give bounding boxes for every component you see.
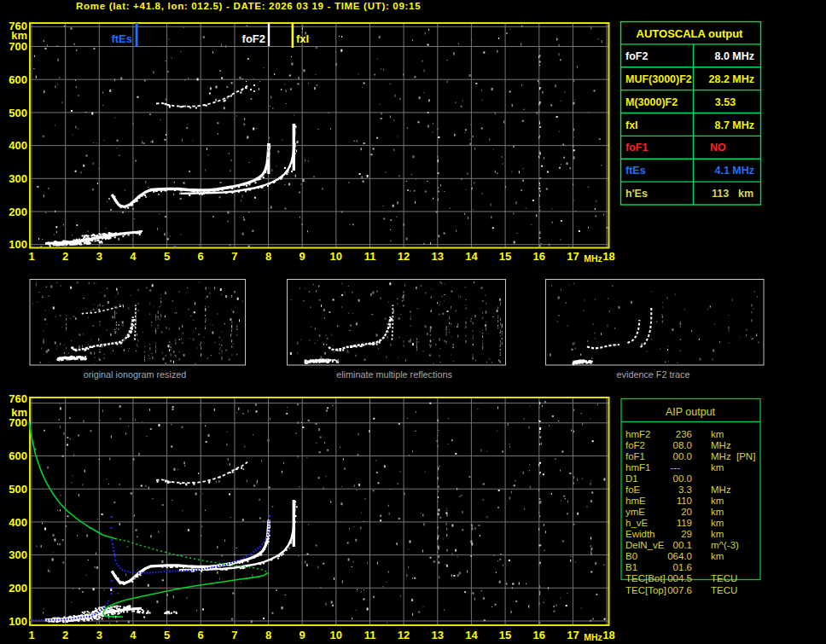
svg-text:km: km xyxy=(711,496,724,506)
svg-text:foF2: foF2 xyxy=(625,440,645,450)
svg-text:Rome (lat: +41.8, lon: 012.5): Rome (lat: +41.8, lon: 012.5) - DATE: 20… xyxy=(76,1,421,11)
svg-text:12: 12 xyxy=(398,250,410,263)
svg-text:MHz: MHz xyxy=(584,253,602,264)
svg-text:100: 100 xyxy=(9,615,27,628)
svg-text:110: 110 xyxy=(677,496,692,506)
svg-text:400: 400 xyxy=(9,516,27,529)
svg-text:AUTOSCALA output: AUTOSCALA output xyxy=(637,27,744,40)
svg-text:ftEs: ftEs xyxy=(111,32,132,45)
svg-text:original ionogram resized: original ionogram resized xyxy=(84,369,187,380)
svg-text:ftEs: ftEs xyxy=(625,165,646,177)
svg-text:foE: foE xyxy=(625,484,641,495)
svg-text:064.0: 064.0 xyxy=(667,551,692,561)
svg-text:9: 9 xyxy=(300,629,305,641)
svg-text:3: 3 xyxy=(96,250,102,263)
svg-text:km: km xyxy=(711,529,724,539)
svg-text:100: 100 xyxy=(9,238,27,251)
svg-text:eliminate multiple reflections: eliminate multiple reflections xyxy=(336,369,452,380)
svg-text:---: --- xyxy=(671,462,681,473)
svg-text:28.2 MHz: 28.2 MHz xyxy=(709,73,755,85)
svg-text:ymE: ymE xyxy=(625,507,645,517)
svg-text:00.0: 00.0 xyxy=(673,451,692,461)
svg-text:MHz: MHz xyxy=(711,484,731,495)
svg-text:1: 1 xyxy=(28,250,34,263)
svg-text:fxI: fxI xyxy=(625,119,638,131)
svg-text:500: 500 xyxy=(9,483,27,496)
svg-text:TECU: TECU xyxy=(711,573,737,583)
svg-text:300: 300 xyxy=(9,172,27,185)
svg-text:foF2: foF2 xyxy=(242,32,265,45)
svg-text:5: 5 xyxy=(164,629,170,641)
svg-text:km: km xyxy=(711,507,724,517)
svg-text:18: 18 xyxy=(602,250,614,263)
svg-text:00.1: 00.1 xyxy=(673,540,692,550)
svg-text:foF2: foF2 xyxy=(625,50,648,62)
svg-text:8.7 MHz: 8.7 MHz xyxy=(714,119,754,131)
svg-text:7: 7 xyxy=(231,250,237,263)
svg-text:[PN]: [PN] xyxy=(736,451,755,461)
svg-text:3.53: 3.53 xyxy=(715,96,736,108)
svg-text:TEC[Bot]: TEC[Bot] xyxy=(625,573,666,583)
svg-text:km: km xyxy=(738,188,753,200)
svg-text:1: 1 xyxy=(28,629,34,641)
svg-text:m^(-3): m^(-3) xyxy=(711,540,739,550)
svg-text:6: 6 xyxy=(198,250,204,263)
svg-text:11: 11 xyxy=(364,629,376,641)
svg-text:MUF(3000)F2: MUF(3000)F2 xyxy=(625,73,692,85)
svg-text:3: 3 xyxy=(96,629,102,641)
svg-text:16: 16 xyxy=(533,629,545,641)
svg-text:MHz: MHz xyxy=(584,632,602,642)
svg-text:17: 17 xyxy=(567,629,579,641)
svg-text:8.0 MHz: 8.0 MHz xyxy=(714,50,754,62)
svg-text:119: 119 xyxy=(677,518,692,528)
svg-text:h_vE: h_vE xyxy=(625,518,649,528)
svg-text:km: km xyxy=(711,551,724,561)
svg-text:236: 236 xyxy=(676,429,692,439)
svg-text:004.5: 004.5 xyxy=(667,573,692,583)
svg-text:NO: NO xyxy=(710,142,726,154)
svg-text:5: 5 xyxy=(164,250,170,263)
svg-text:Ewidth: Ewidth xyxy=(625,529,655,539)
svg-text:16: 16 xyxy=(533,250,545,263)
svg-text:17: 17 xyxy=(567,250,579,263)
svg-text:h'Es: h'Es xyxy=(625,188,648,200)
svg-text:700: 700 xyxy=(9,416,27,429)
svg-text:2: 2 xyxy=(62,250,68,263)
svg-text:13: 13 xyxy=(432,629,444,641)
svg-text:500: 500 xyxy=(9,107,27,119)
svg-text:4: 4 xyxy=(130,629,137,641)
svg-text:TEC[Top]: TEC[Top] xyxy=(625,585,666,595)
svg-text:DelN_vE: DelN_vE xyxy=(625,540,665,550)
svg-text:8: 8 xyxy=(265,629,271,641)
svg-text:2: 2 xyxy=(62,629,68,641)
svg-text:113: 113 xyxy=(712,188,729,200)
svg-text:D1: D1 xyxy=(625,473,638,484)
svg-text:200: 200 xyxy=(9,206,27,218)
svg-text:14: 14 xyxy=(465,629,478,641)
svg-text:3.3: 3.3 xyxy=(678,484,692,495)
svg-text:14: 14 xyxy=(465,250,478,263)
svg-text:15: 15 xyxy=(499,629,511,641)
svg-text:evidence F2 trace: evidence F2 trace xyxy=(617,369,690,380)
svg-text:hmE: hmE xyxy=(625,496,646,506)
svg-text:9: 9 xyxy=(300,250,305,263)
svg-text:01.6: 01.6 xyxy=(673,562,692,572)
svg-text:08.0: 08.0 xyxy=(673,440,692,450)
svg-text:29: 29 xyxy=(681,529,692,539)
svg-text:600: 600 xyxy=(9,73,27,86)
svg-text:15: 15 xyxy=(499,250,511,263)
svg-text:4.1 MHz: 4.1 MHz xyxy=(714,165,754,177)
svg-text:hmF2: hmF2 xyxy=(625,429,650,439)
svg-text:13: 13 xyxy=(432,250,444,263)
svg-text:11: 11 xyxy=(364,250,376,263)
svg-text:12: 12 xyxy=(398,629,410,641)
svg-text:B0: B0 xyxy=(625,551,637,561)
svg-text:10: 10 xyxy=(330,250,342,263)
svg-text:km: km xyxy=(711,518,724,528)
svg-text:km: km xyxy=(711,462,724,473)
svg-text:MHz: MHz xyxy=(711,440,731,450)
svg-text:fxI: fxI xyxy=(296,32,309,45)
svg-text:hmF1: hmF1 xyxy=(625,462,650,473)
svg-text:6: 6 xyxy=(198,629,204,641)
svg-text:7: 7 xyxy=(231,629,237,641)
